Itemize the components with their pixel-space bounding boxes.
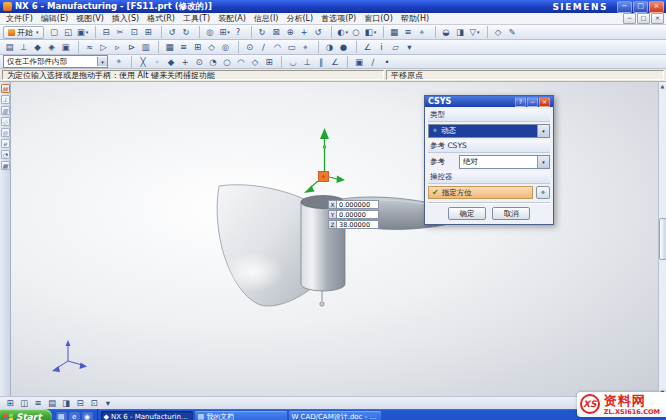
selection-filter-icon[interactable]: ▽▾ xyxy=(468,26,482,38)
information-icon[interactable]: i xyxy=(375,41,389,53)
left-blade-surface[interactable] xyxy=(217,185,312,306)
paste-icon[interactable]: ⊞ xyxy=(142,26,156,38)
vertex-select-icon[interactable]: • xyxy=(380,56,394,68)
immediate-hide-icon[interactable]: ● xyxy=(337,41,351,53)
coord-value-input[interactable]: 0.00000 xyxy=(337,210,379,219)
3d-model[interactable] xyxy=(11,82,657,396)
type-section-header[interactable]: 类型 xyxy=(428,109,550,122)
menu-item[interactable]: 帮助(H) xyxy=(397,13,433,24)
csys-dialog-icon-button[interactable]: ⌖ xyxy=(536,186,550,199)
menu-item[interactable]: 工具(T) xyxy=(179,13,214,24)
expand-panel-icon[interactable]: ▾ xyxy=(101,397,115,409)
pan-icon[interactable]: + xyxy=(298,26,312,38)
show-desktop-icon[interactable]: ▤ xyxy=(56,412,67,420)
vertical-scrollbar[interactable]: ▲ ▼ xyxy=(658,82,666,396)
quadrant-snap-icon[interactable]: ◔ xyxy=(206,56,220,68)
machine-tool-view-icon[interactable]: ⊞ xyxy=(191,41,205,53)
point-on-face-snap-icon[interactable]: ◇ xyxy=(248,56,262,68)
menu-item[interactable]: 文件(F) xyxy=(2,13,37,24)
generate-toolpath-icon[interactable]: ≈ xyxy=(78,41,97,53)
ok-button[interactable]: 确定 xyxy=(448,207,486,220)
cancel-button[interactable]: 取消 xyxy=(492,207,530,220)
geometry-view-icon[interactable]: ◇ xyxy=(205,41,219,53)
wireframe-view-icon[interactable]: ○ xyxy=(350,26,364,38)
bounded-grid-snap-icon[interactable]: ⊞ xyxy=(262,56,276,68)
rotate-handle-icon[interactable] xyxy=(323,145,327,149)
point-icon[interactable]: ⊙ xyxy=(238,41,257,53)
verify-toolpath-icon[interactable]: ▷ xyxy=(97,41,111,53)
edge-select-icon[interactable]: ∕ xyxy=(366,56,380,68)
layer-settings-icon[interactable]: ≡ xyxy=(402,26,416,38)
csys-manipulator[interactable] xyxy=(304,128,345,193)
line-icon[interactable]: ∕ xyxy=(257,41,271,53)
program-view-icon[interactable]: ≡ xyxy=(177,41,191,53)
mdi-restore-button[interactable]: □ xyxy=(637,13,650,24)
selection-scope-combo[interactable]: 仅在工作部件内部 ▾ xyxy=(3,55,108,68)
simulate-icon[interactable]: ▹ xyxy=(111,41,125,53)
specify-orientation-field[interactable]: ✔ 指定方位 xyxy=(428,186,533,199)
dialog-close-button[interactable]: × xyxy=(539,97,550,107)
zoom-icon[interactable]: ⊕ xyxy=(284,26,298,38)
part-navigator-tab[interactable]: ▥ xyxy=(1,106,10,115)
more-commands-icon[interactable]: ▾ xyxy=(403,41,417,53)
intersection-snap-icon[interactable]: + xyxy=(178,56,192,68)
fit-view-icon[interactable]: ⊠ xyxy=(270,26,284,38)
shaded-view-icon[interactable]: ◐▾ xyxy=(331,26,350,38)
snap-point-toggle-icon[interactable]: ⌖ xyxy=(112,56,126,68)
taskbar-item[interactable]: W CAD/CAM设计.doc - Mi... xyxy=(289,411,381,420)
show-hide-icon[interactable]: ◒ xyxy=(435,26,454,38)
rotate-view-icon[interactable]: ↺ xyxy=(312,26,326,38)
menu-item[interactable]: 信息(I) xyxy=(250,13,283,24)
menu-item[interactable]: 编辑(E) xyxy=(37,13,72,24)
arc-center-snap-icon[interactable]: ⊙ xyxy=(192,56,206,68)
history-tab[interactable]: ◔ xyxy=(1,150,10,159)
mdi-close-button[interactable]: × xyxy=(651,13,664,24)
windows-start-button[interactable]: Start xyxy=(0,409,52,420)
start-menu-button[interactable]: 开始 ▾ xyxy=(3,26,44,39)
create-tool-icon[interactable]: ⊥ xyxy=(17,41,31,53)
mdi-minimize-button[interactable]: − xyxy=(623,13,636,24)
maximize-button[interactable]: □ xyxy=(633,1,648,13)
preview-panel-icon[interactable]: ◨ xyxy=(59,397,73,409)
system-materials-tab[interactable]: ▦ xyxy=(1,161,10,170)
open-part-icon[interactable]: ◱ xyxy=(62,26,76,38)
menu-item[interactable]: 窗口(O) xyxy=(360,13,397,24)
menu-item[interactable]: 首选项(P) xyxy=(317,13,360,24)
menu-item[interactable]: 分析(L) xyxy=(282,13,317,24)
postprocess-icon[interactable]: ⊳ xyxy=(125,41,139,53)
create-operation-icon[interactable]: ▣ xyxy=(59,41,73,53)
cut-icon[interactable]: ✂ xyxy=(114,26,128,38)
create-method-icon[interactable]: ◈ xyxy=(45,41,59,53)
close-button[interactable]: × xyxy=(649,1,664,13)
point-on-curve-snap-icon[interactable]: ◠ xyxy=(234,56,248,68)
save-part-icon[interactable]: ▣▾ xyxy=(76,26,90,38)
edit-object-display-icon[interactable]: ◨ xyxy=(454,26,468,38)
chevron-down-icon[interactable]: ▾ xyxy=(537,125,549,137)
edit-display-icon[interactable]: ◑ xyxy=(318,41,337,53)
scrollbar-thumb[interactable] xyxy=(659,218,666,260)
reference-combo[interactable]: 绝对 ▾ xyxy=(459,155,550,169)
wcs-display-icon[interactable]: ⌖ xyxy=(416,26,430,38)
print-icon[interactable]: ⊟ xyxy=(95,26,114,38)
dock-panel-icon[interactable]: ⊟ xyxy=(73,397,87,409)
menu-item[interactable]: 装配(A) xyxy=(214,13,250,24)
help-icon[interactable]: ? xyxy=(232,26,246,38)
angle-snap-icon[interactable]: ∠ xyxy=(328,56,342,68)
face-select-icon[interactable]: ▣ xyxy=(347,56,366,68)
perpendicular-snap-icon[interactable]: ⊥ xyxy=(300,56,314,68)
shop-documentation-icon[interactable]: ▥ xyxy=(139,41,153,53)
parallel-snap-icon[interactable]: ∥ xyxy=(314,56,328,68)
details-panel-icon[interactable]: ▤ xyxy=(45,397,59,409)
dialog-collapse-button[interactable]: − xyxy=(527,97,538,107)
dialog-titlebar[interactable]: CSYS ? − × xyxy=(425,96,553,107)
datum-csys-icon[interactable]: ⌖ xyxy=(299,41,313,53)
datum-plane-icon[interactable]: ◇ xyxy=(487,26,506,38)
copy-icon[interactable]: ⊡ xyxy=(128,26,142,38)
redo-icon[interactable]: ↻ xyxy=(180,26,194,38)
view-orient-icon[interactable]: ◧▾ xyxy=(364,26,378,38)
internet-explorer-tab[interactable]: e xyxy=(1,139,10,148)
create-geometry-icon[interactable]: ◆ xyxy=(31,41,45,53)
coord-value-input[interactable]: 38.00000 xyxy=(337,220,379,229)
dialog-help-button[interactable]: ? xyxy=(515,97,526,107)
reference-csys-section-header[interactable]: 参考 CSYS xyxy=(428,140,550,153)
